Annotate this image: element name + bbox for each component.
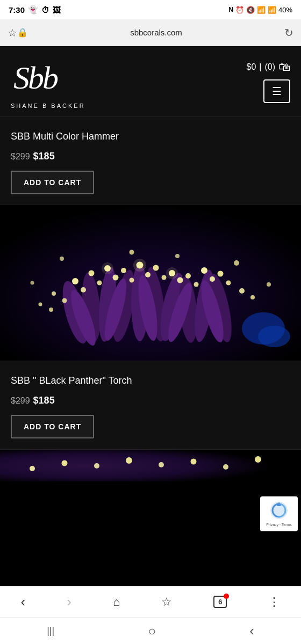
status-bar: 7:30 👻 ⏱ 🖼 N ⏰ 🔇 📶 📶 40% [0, 0, 301, 19]
browser-menu-button[interactable]: ⋮ [268, 595, 280, 609]
android-back-icon[interactable]: ‹ [249, 623, 254, 639]
svg-point-29 [81, 287, 86, 292]
svg-point-44 [49, 308, 53, 312]
image-icon: 🖼 [53, 5, 61, 14]
svg-point-59 [159, 462, 164, 467]
original-price-2: $299 [11, 396, 30, 406]
svg-point-50 [267, 282, 271, 287]
logo-script[interactable]: Sbb [11, 54, 86, 101]
header-right: $0 | (0) 🛍 ☰ [246, 60, 290, 103]
cart-separator: | [259, 62, 261, 72]
svg-point-28 [218, 271, 224, 277]
sale-price-2: $185 [33, 395, 55, 406]
wifi-icon: 📶 [257, 6, 266, 14]
partial-coral-image [0, 450, 301, 481]
alarm-icon: ⏰ [235, 6, 244, 14]
star-nav-button[interactable]: ☆ [161, 595, 172, 609]
svg-point-35 [177, 277, 183, 283]
svg-point-18 [258, 326, 290, 347]
svg-point-46 [130, 250, 134, 255]
product-title-1: SBB Multi Color Hammer [11, 131, 290, 142]
svg-point-51 [133, 259, 146, 272]
refresh-button[interactable]: ↻ [284, 26, 293, 39]
original-price-1: $299 [11, 152, 30, 162]
svg-point-56 [62, 460, 68, 466]
product-pricing-2: $299 $185 [11, 395, 290, 406]
cart-button[interactable]: 🛍 [278, 60, 290, 74]
tabs-container: 6 [213, 596, 227, 608]
svg-point-57 [94, 463, 99, 469]
cart-count: (0) [264, 62, 275, 72]
svg-point-48 [234, 260, 239, 266]
favorite-button[interactable]: ☆ [8, 26, 17, 39]
product-card-partial [0, 449, 301, 481]
svg-point-62 [255, 456, 261, 463]
menu-button[interactable]: ☰ [263, 79, 290, 103]
svg-point-30 [97, 281, 102, 286]
svg-point-24 [153, 265, 159, 271]
svg-point-32 [130, 278, 134, 283]
mute-icon: 🔇 [246, 6, 255, 14]
recaptcha-text: Privacy · Terms [266, 522, 292, 527]
svg-text:Sbb: Sbb [13, 60, 58, 96]
browser-nav-bar: ‹ › ⌂ ☆ 6 ⋮ [0, 586, 301, 617]
svg-point-47 [175, 254, 180, 258]
cart-amount: $0 [246, 62, 256, 72]
product-title-2: SBB " BLack Panther" Torch [11, 375, 290, 386]
browser-bar: ☆ 🔒 sbbcorals.com ↻ [0, 19, 301, 46]
logo-text: SHANE B BACKER [11, 103, 85, 109]
svg-point-33 [145, 272, 150, 277]
svg-point-60 [191, 459, 197, 465]
svg-point-55 [30, 466, 35, 471]
product-pricing-1: $299 $185 [11, 151, 290, 162]
svg-rect-54 [0, 450, 301, 481]
product-card-1: SBB Multi Color Hammer $299 $185 ADD TO … [0, 116, 301, 205]
svg-point-31 [113, 275, 119, 281]
svg-point-37 [210, 276, 215, 282]
svg-point-34 [162, 275, 167, 280]
add-to-cart-button-1[interactable]: ADD TO CART [11, 171, 94, 194]
svg-point-27 [201, 267, 207, 274]
svg-point-45 [60, 257, 64, 261]
add-to-cart-button-2[interactable]: ADD TO CART [11, 415, 94, 438]
svg-point-41 [239, 288, 245, 294]
forward-nav-button[interactable]: › [67, 594, 71, 610]
product-section-2: SBB " BLack Panther" Torch $299 $185 ADD… [0, 205, 301, 449]
cart-info: $0 | (0) 🛍 [246, 60, 290, 74]
svg-point-40 [62, 298, 67, 303]
svg-point-38 [226, 281, 231, 286]
svg-point-61 [223, 464, 228, 470]
svg-point-42 [250, 295, 255, 299]
tabs-count: 6 [218, 598, 222, 606]
recaptcha-icon [269, 501, 289, 520]
sale-price-1: $185 [33, 151, 55, 162]
home-nav-button[interactable]: ⌂ [113, 595, 120, 609]
svg-point-39 [52, 291, 56, 296]
svg-point-52 [102, 262, 113, 274]
browser-url[interactable]: sbbcorals.com [28, 28, 284, 37]
recaptcha-badge: Privacy · Terms [260, 496, 298, 531]
svg-point-58 [126, 457, 132, 464]
battery-text: 40% [278, 6, 292, 14]
nfc-icon: N [228, 6, 233, 13]
svg-point-19 [72, 278, 78, 284]
status-left: 7:30 👻 ⏱ 🖼 [9, 5, 61, 14]
logo-area: Sbb SHANE B BACKER [11, 54, 86, 109]
clock-icon: ⏱ [41, 5, 49, 14]
site-header: Sbb SHANE B BACKER $0 | (0) 🛍 ☰ [0, 46, 301, 116]
svg-point-36 [194, 282, 199, 287]
svg-point-53 [166, 267, 178, 279]
svg-point-26 [185, 273, 191, 279]
partial-coral-svg [0, 450, 301, 481]
svg-point-22 [121, 268, 126, 273]
android-home-icon[interactable]: ○ [148, 624, 156, 639]
svg-point-49 [31, 281, 34, 285]
svg-point-20 [89, 270, 95, 276]
lock-icon: 🔒 [17, 27, 28, 38]
snapchat-icon: 👻 [28, 5, 38, 14]
back-nav-button[interactable]: ‹ [21, 594, 26, 610]
logo-svg: Sbb [11, 54, 86, 97]
svg-point-43 [39, 303, 42, 306]
recaptcha-privacy-terms[interactable]: Privacy · Terms [266, 523, 292, 526]
recent-apps-icon[interactable]: ||| [47, 625, 54, 636]
